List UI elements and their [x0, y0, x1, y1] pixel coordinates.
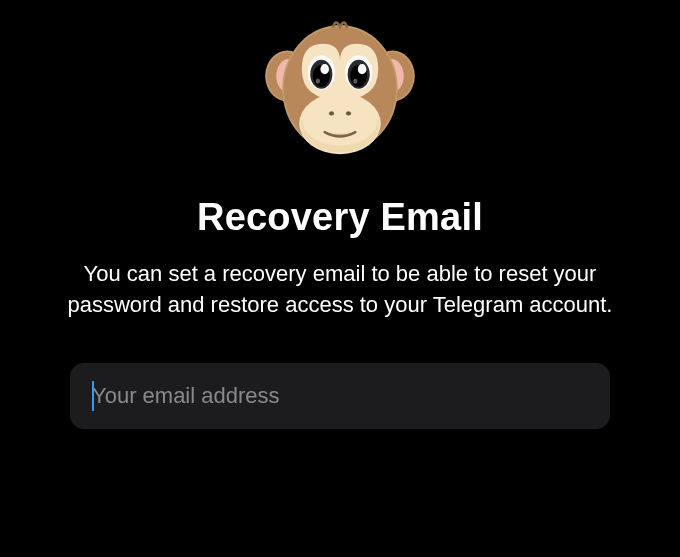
svg-point-17: [353, 79, 357, 84]
svg-point-21: [329, 111, 334, 115]
svg-point-11: [320, 64, 329, 74]
svg-point-16: [358, 64, 367, 74]
page-title: Recovery Email: [197, 196, 483, 239]
monkey-emoji-icon: [255, 8, 425, 178]
svg-point-22: [346, 111, 351, 115]
svg-point-20: [303, 95, 378, 146]
email-input-container: [70, 363, 610, 429]
email-input[interactable]: [70, 363, 610, 429]
page-description: You can set a recovery email to be able …: [45, 259, 635, 321]
svg-point-12: [316, 79, 320, 84]
